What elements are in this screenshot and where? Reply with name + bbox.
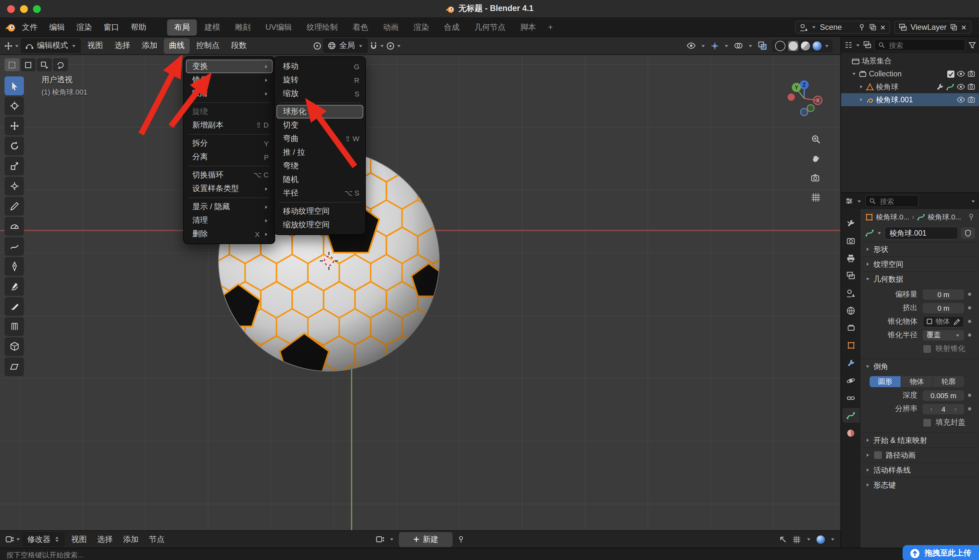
tool-annotate[interactable] (5, 197, 24, 216)
transform-menu-item-弯绕[interactable]: 弯绕 (275, 159, 365, 173)
workspace-tab[interactable]: + (544, 20, 557, 34)
display-mode-icon[interactable] (863, 41, 872, 49)
eye-icon[interactable] (956, 69, 966, 78)
datablock-name-field[interactable]: 棱角球.001 (884, 227, 958, 240)
viewport-menu-视图[interactable]: 视图 (82, 38, 108, 53)
section-header[interactable]: 倒角 (861, 359, 979, 373)
animate-dot[interactable] (968, 306, 971, 310)
properties-search-input[interactable] (879, 197, 915, 205)
section-header[interactable]: 纹理空间 (861, 257, 979, 271)
tri-right-icon[interactable] (865, 467, 870, 473)
tri-right-icon[interactable] (859, 84, 864, 89)
camera-view-icon[interactable] (811, 173, 821, 183)
wrench-icon[interactable] (936, 83, 944, 91)
outliner-editor-icon[interactable] (844, 41, 853, 49)
section-header[interactable]: 活动样条线 (861, 463, 979, 477)
segment-button[interactable]: 圆形 (870, 376, 901, 387)
outliner-row[interactable]: 棱角球 (841, 80, 979, 93)
workspace-tab[interactable]: 布局 (167, 19, 197, 35)
transform-menu-item-移动纹理空间[interactable]: 移动纹理空间 (275, 205, 365, 218)
tool-comb[interactable] (5, 317, 24, 336)
segment-button[interactable]: 物体 (901, 376, 932, 387)
curve-menu-item-吸附[interactable]: 吸附 (184, 87, 275, 100)
tri-right-icon[interactable] (865, 247, 870, 252)
minimize-window-button[interactable] (20, 5, 28, 13)
new-datablock-button[interactable]: 新建 (399, 532, 453, 547)
section-header[interactable]: 路径动画 (861, 448, 979, 462)
viewport-menu-曲线[interactable]: 曲线 (164, 38, 190, 53)
animate-dot[interactable] (968, 320, 971, 323)
number-field[interactable]: 0 m (923, 289, 964, 299)
upload-badge[interactable]: 拖拽至此上传 (902, 545, 979, 560)
workspace-tab[interactable]: 着色 (345, 19, 375, 35)
blender-menu-icon[interactable] (5, 22, 15, 32)
section-header[interactable]: 形状 (861, 242, 979, 257)
node-editor-icon[interactable] (5, 535, 14, 544)
topbar-menu[interactable]: 编辑 (43, 20, 70, 35)
chevron-down-icon[interactable] (830, 537, 835, 542)
workspace-tab[interactable]: 合成 (437, 19, 467, 35)
tool-cursor-3d[interactable] (5, 97, 24, 115)
topbar-menu[interactable]: 文件 (16, 20, 43, 35)
animate-dot[interactable] (968, 293, 971, 296)
tri-right-icon[interactable] (865, 438, 870, 443)
animate-dot[interactable] (968, 393, 971, 397)
camera-icon[interactable] (967, 69, 976, 78)
gizmos-icon[interactable] (710, 41, 719, 50)
tool-shear[interactable] (5, 357, 24, 376)
transform-menu-item-弯曲[interactable]: 弯曲⇧ W (275, 132, 365, 146)
chevron-down-icon[interactable] (748, 43, 753, 48)
tool-transform[interactable] (5, 177, 24, 195)
stepper-left[interactable]: ‹ (930, 405, 932, 412)
duplicate-icon[interactable] (950, 23, 957, 31)
viewlayer-selector[interactable]: ViewLayer (894, 21, 971, 34)
section-header[interactable]: 开始 & 结束映射 (861, 433, 979, 447)
dropper-icon[interactable] (953, 318, 961, 325)
lasso-select-button[interactable] (53, 58, 68, 71)
pin-icon[interactable] (457, 535, 465, 543)
chevron-down-icon[interactable] (396, 43, 402, 48)
animate-dot[interactable] (968, 407, 971, 410)
shading-wireframe-icon[interactable] (775, 40, 786, 51)
mode-selector[interactable]: 编辑模式 (21, 38, 81, 53)
curve-menu-item-设置样条类型[interactable]: 设置样条类型 (184, 182, 275, 195)
transform-pivot-icon[interactable] (313, 41, 322, 50)
section-header[interactable]: 形态键 (861, 478, 979, 492)
navigation-gizmo[interactable]: Z Y X (784, 78, 825, 120)
workspace-tab[interactable]: 几何节点 (467, 19, 512, 35)
tool-pen[interactable] (5, 257, 24, 276)
pan-hand-icon[interactable] (811, 153, 821, 164)
camera-icon[interactable] (967, 82, 976, 91)
tri-right-icon[interactable] (865, 453, 870, 458)
curve-data-icon[interactable] (946, 83, 954, 91)
bottom-bar-menu-选择[interactable]: 选择 (92, 532, 118, 547)
transform-orientation[interactable]: 全局 (323, 38, 368, 53)
zoom-window-button[interactable] (33, 5, 41, 13)
pin-icon[interactable] (858, 23, 866, 31)
gizmo-z-label[interactable]: Z (802, 82, 806, 88)
snap-grid-icon[interactable] (792, 535, 801, 543)
shading-rendered-icon[interactable] (812, 41, 822, 50)
properties-editor-icon[interactable] (845, 197, 853, 205)
workspace-tab[interactable]: 纹理绘制 (299, 19, 345, 35)
workspace-tab[interactable]: 渲染 (406, 19, 436, 35)
chevron-down-icon[interactable] (877, 230, 882, 236)
chevron-down-icon[interactable] (724, 43, 729, 48)
outliner-row[interactable]: 棱角球.001 (841, 93, 979, 106)
checkbox-icon[interactable] (947, 70, 954, 77)
animate-dot[interactable] (968, 333, 971, 337)
number-field[interactable]: 0 m (923, 303, 964, 313)
viewport-menu-添加[interactable]: 添加 (137, 38, 162, 53)
transform-menu-item-半径[interactable]: 半径⌥ S (275, 187, 365, 200)
box-select-button[interactable] (21, 58, 36, 71)
chevron-down-icon[interactable] (971, 198, 976, 203)
transform-menu-item-推 / 拉[interactable]: 推 / 拉 (275, 146, 365, 159)
viewport-menu-控制点[interactable]: 控制点 (191, 38, 225, 53)
datablock-icon[interactable] (375, 535, 385, 544)
properties-tab-physics[interactable] (842, 373, 859, 388)
viewport-menu-选择[interactable]: 选择 (109, 38, 135, 53)
toggle-ortho-icon[interactable] (811, 192, 821, 203)
node-tree-type-selector[interactable]: 修改器 (22, 532, 65, 547)
properties-tab-output[interactable] (842, 250, 859, 265)
curve-menu-item-拆分[interactable]: 拆分Y (184, 137, 275, 150)
